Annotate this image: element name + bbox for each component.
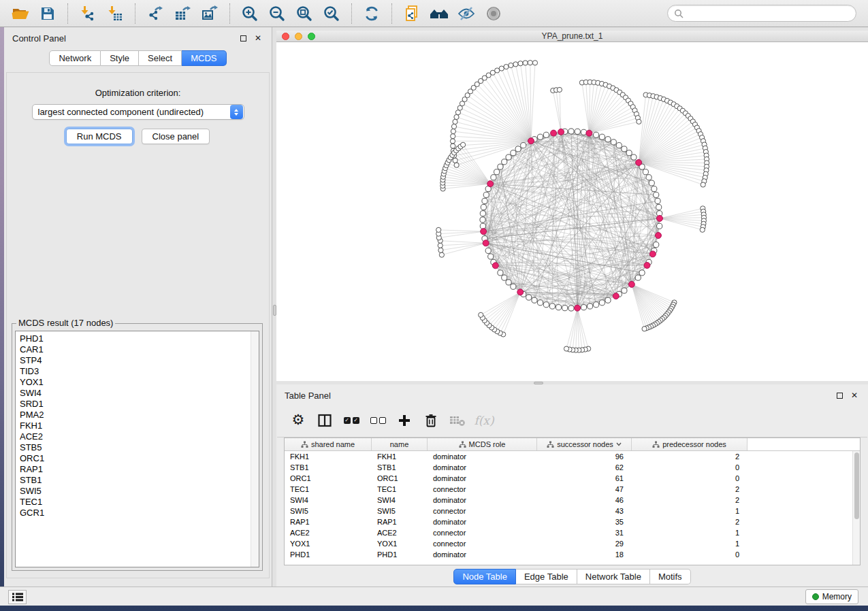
cell-shared-name[interactable]: SWI5 [285, 507, 372, 515]
tab-select[interactable]: Select [139, 50, 182, 66]
table-row[interactable]: ORC1ORC1dominator610 [285, 473, 860, 484]
zoom-out-button[interactable] [263, 3, 291, 24]
zoom-in-button[interactable] [236, 3, 263, 24]
task-history-button[interactable] [8, 590, 27, 604]
export-table-button[interactable] [169, 3, 196, 24]
table-row[interactable]: FKH1FKH1dominator962 [285, 451, 860, 462]
import-network-button[interactable] [74, 3, 101, 24]
cell-predecessor-nodes[interactable]: 0 [632, 474, 748, 482]
mcds-result-item[interactable]: CAR1 [20, 344, 259, 355]
cell-shared-name[interactable]: STB1 [285, 463, 372, 472]
cell-MCDS-role[interactable]: dominator [428, 518, 537, 526]
import-table-button[interactable] [101, 3, 129, 24]
save-session-button[interactable] [34, 3, 61, 24]
cell-name[interactable]: ORC1 [372, 474, 428, 482]
mcds-result-item[interactable]: YOX1 [20, 377, 259, 388]
mcds-result-item[interactable]: TID3 [20, 366, 259, 377]
memory-button[interactable]: Memory [805, 589, 858, 604]
cell-predecessor-nodes[interactable]: 2 [632, 485, 748, 493]
cell-predecessor-nodes[interactable]: 2 [632, 496, 748, 504]
export-network-button[interactable] [142, 3, 169, 24]
mcds-result-item[interactable]: SRD1 [20, 399, 259, 410]
table-row[interactable]: PHD1PHD1dominator180 [285, 549, 860, 560]
cell-successor-nodes[interactable]: 62 [537, 463, 632, 472]
table-row[interactable]: RAP1RAP1dominator352 [285, 516, 860, 527]
cell-MCDS-role[interactable]: dominator [428, 496, 537, 504]
delete-column-button[interactable] [421, 410, 441, 431]
show-columns-button[interactable] [315, 410, 335, 431]
cell-successor-nodes[interactable]: 18 [537, 550, 632, 559]
cell-MCDS-role[interactable]: dominator [428, 452, 537, 461]
cell-MCDS-role[interactable]: connector [428, 529, 537, 537]
search-input[interactable] [684, 9, 850, 18]
mcds-result-item[interactable]: SWI5 [20, 486, 259, 497]
mcds-list-scrollbar[interactable] [251, 331, 259, 567]
run-mcds-button[interactable]: Run MCDS [66, 129, 133, 144]
zoom-selected-button[interactable] [318, 3, 345, 24]
table-panel-float-button[interactable] [834, 390, 845, 401]
mcds-result-item[interactable]: GCR1 [20, 508, 259, 518]
optimization-criterion-select[interactable]: largest connected component (undirected) [32, 104, 244, 120]
table-row[interactable]: ACE2ACE2connector311 [285, 527, 860, 538]
cell-predecessor-nodes[interactable]: 0 [632, 550, 748, 559]
cell-MCDS-role[interactable]: dominator [428, 474, 537, 482]
mcds-result-item[interactable]: TEC1 [20, 497, 259, 508]
mcds-result-item[interactable]: PHD1 [20, 333, 259, 344]
cell-successor-nodes[interactable]: 35 [537, 518, 632, 526]
table-row[interactable]: STB1STB1dominator620 [285, 462, 860, 473]
cell-predecessor-nodes[interactable]: 1 [632, 507, 748, 515]
close-panel-button[interactable]: Close panel [142, 129, 210, 144]
cell-name[interactable]: STB1 [372, 463, 428, 472]
cell-shared-name[interactable]: YOX1 [285, 540, 372, 548]
cell-name[interactable]: FKH1 [372, 452, 428, 461]
search-field[interactable] [667, 5, 856, 22]
add-column-button[interactable] [394, 410, 415, 431]
apply-layout-button[interactable] [358, 3, 385, 24]
mcds-result-item[interactable]: STB1 [20, 475, 259, 486]
control-panel-close-button[interactable]: ✕ [253, 33, 263, 44]
cell-predecessor-nodes[interactable]: 2 [632, 452, 748, 461]
column-header-successor-nodes[interactable]: successor nodes [537, 438, 632, 450]
control-panel-float-button[interactable] [238, 33, 248, 44]
table-tab-node-table[interactable]: Node Table [453, 569, 516, 584]
cell-successor-nodes[interactable]: 43 [537, 507, 632, 515]
cell-shared-name[interactable]: ORC1 [285, 474, 372, 482]
cell-name[interactable]: YOX1 [372, 540, 428, 548]
cell-name[interactable]: SWI4 [372, 496, 428, 504]
cell-successor-nodes[interactable]: 47 [537, 485, 632, 493]
table-tab-network-table[interactable]: Network Table [577, 569, 650, 584]
splitter-handle[interactable] [534, 382, 543, 384]
column-header-MCDS-role[interactable]: MCDS role [428, 438, 537, 450]
cell-name[interactable]: RAP1 [372, 518, 428, 526]
mcds-result-item[interactable]: ORC1 [20, 453, 259, 464]
cell-shared-name[interactable]: TEC1 [285, 485, 372, 493]
hide-selected-button[interactable] [453, 3, 480, 24]
table-row[interactable]: SWI4SWI4dominator462 [285, 495, 860, 506]
table-settings-button[interactable]: ⚙ [288, 410, 308, 431]
column-header-shared-name[interactable]: shared name [285, 438, 372, 450]
cell-name[interactable]: ACE2 [372, 529, 428, 537]
network-graph[interactable] [276, 42, 868, 381]
cell-successor-nodes[interactable]: 31 [537, 529, 632, 537]
cell-name[interactable]: TEC1 [372, 485, 428, 493]
splitter-handle[interactable] [273, 305, 276, 316]
function-builder-button[interactable]: f(x) [474, 410, 494, 431]
mcds-result-item[interactable]: SWI4 [20, 388, 259, 399]
deselect-all-button[interactable] [368, 410, 388, 431]
cell-successor-nodes[interactable]: 96 [537, 452, 632, 461]
cell-predecessor-nodes[interactable]: 1 [632, 540, 748, 548]
export-image-button[interactable] [196, 3, 223, 24]
show-hidden-button[interactable] [480, 3, 507, 24]
select-all-button[interactable]: ✓✓ [341, 410, 361, 431]
table-panel-close-button[interactable]: ✕ [849, 390, 860, 401]
cell-successor-nodes[interactable]: 29 [537, 540, 632, 548]
table-tab-motifs[interactable]: Motifs [650, 569, 691, 584]
cell-shared-name[interactable]: RAP1 [285, 518, 372, 526]
mcds-result-item[interactable]: FKH1 [20, 420, 259, 431]
tab-style[interactable]: Style [101, 50, 139, 66]
maximize-window-icon[interactable] [308, 33, 315, 40]
tab-network[interactable]: Network [49, 50, 101, 66]
cell-shared-name[interactable]: ACE2 [285, 529, 372, 537]
mcds-result-item[interactable]: ACE2 [20, 431, 259, 442]
delete-table-button[interactable] [447, 410, 468, 431]
